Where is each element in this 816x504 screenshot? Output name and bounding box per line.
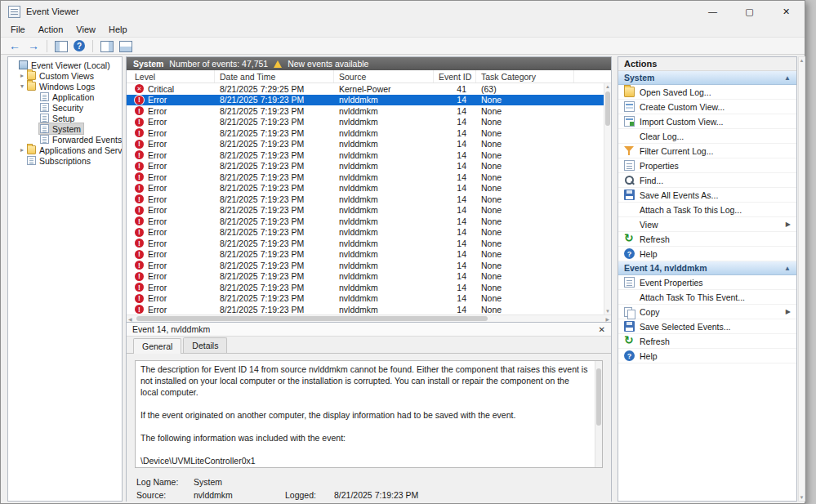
event-row-error-17[interactable]: Error 8/21/2025 7:19:23 PM nvlddmkm 14 N…	[127, 271, 611, 283]
actions-pane-scrollbar[interactable]: ▲ ▼	[798, 56, 805, 502]
column-header-date-and-time[interactable]: Date and Time	[215, 70, 334, 83]
action-filter-current-log[interactable]: Filter Current Log...	[618, 144, 796, 158]
event-row-error-2[interactable]: Error 8/21/2025 7:19:23 PM nvlddmkm 14 N…	[127, 105, 611, 117]
close-icon[interactable]: ✕	[599, 325, 605, 334]
column-header-event-id[interactable]: Event ID	[434, 70, 476, 83]
tab-details[interactable]: Details	[183, 337, 227, 353]
collapse-icon[interactable]: ▲	[784, 74, 791, 82]
action-open-saved-log[interactable]: Open Saved Log...	[618, 85, 796, 100]
source-cell: nvlddmkm	[334, 106, 434, 116]
action-refresh[interactable]: Refresh	[618, 334, 796, 349]
event-row-error-13[interactable]: Error 8/21/2025 7:19:23 PM nvlddmkm 14 N…	[127, 227, 611, 239]
tree-item-custom-views[interactable]: ▸ Custom Views	[8, 70, 122, 81]
source-cell: nvlddmkm	[334, 283, 434, 292]
log-name: System	[133, 59, 163, 69]
action-refresh[interactable]: Refresh	[618, 232, 796, 247]
scroll-left-icon[interactable]: ◀	[128, 316, 132, 322]
action-properties[interactable]: Properties	[618, 158, 796, 173]
event-row-error-10[interactable]: Error 8/21/2025 7:19:23 PM nvlddmkm 14 N…	[127, 194, 611, 205]
level-text: Critical	[148, 84, 174, 94]
event-row-error-9[interactable]: Error 8/21/2025 7:19:23 PM nvlddmkm 14 N…	[127, 183, 611, 194]
event-row-error-14[interactable]: Error 8/21/2025 7:19:23 PM nvlddmkm 14 N…	[127, 238, 611, 249]
table-vertical-scrollbar[interactable]: ▲ ▼	[604, 83, 611, 314]
show-console-tree-icon[interactable]	[52, 38, 69, 53]
action-attach-task-to-this-event[interactable]: Attach Task To This Event...	[618, 290, 796, 305]
tree-item-application[interactable]: Application	[8, 91, 122, 102]
menu-view[interactable]: View	[69, 23, 102, 36]
show-action-pane-icon[interactable]	[98, 38, 114, 53]
scroll-up-icon[interactable]: ▲	[799, 58, 805, 63]
column-header-source[interactable]: Source	[334, 70, 434, 83]
refresh-icon	[624, 234, 635, 244]
close-button[interactable]: ✕	[768, 1, 805, 22]
action-event-properties[interactable]: Event Properties	[618, 275, 796, 290]
action-help[interactable]: Help	[618, 247, 796, 261]
tree-item-system[interactable]: System	[8, 123, 122, 134]
maximize-button[interactable]: ▢	[731, 1, 768, 22]
expander-icon[interactable]: ▸	[18, 146, 26, 154]
expander-icon[interactable]: ▸	[18, 72, 26, 79]
forward-icon[interactable]	[25, 38, 42, 53]
tree-item-applications-and-services-log[interactable]: ▸ Applications and Services Log	[8, 145, 122, 155]
event-row-error-1[interactable]: Error 8/21/2025 7:19:23 PM nvlddmkm 14 N…	[127, 95, 611, 106]
show-preview-pane-icon[interactable]	[117, 38, 133, 53]
scroll-thumb[interactable]	[136, 316, 488, 321]
collapse-icon[interactable]: ▲	[784, 265, 791, 272]
event-row-error-7[interactable]: Error 8/21/2025 7:19:23 PM nvlddmkm 14 N…	[127, 161, 611, 172]
scroll-down-icon[interactable]: ▼	[604, 309, 611, 314]
action-view[interactable]: View ▶	[618, 217, 796, 232]
event-row-error-18[interactable]: Error 8/21/2025 7:19:23 PM nvlddmkm 14 N…	[127, 282, 611, 293]
event-row-error-15[interactable]: Error 8/21/2025 7:19:23 PM nvlddmkm 14 N…	[127, 249, 611, 261]
tree-item-windows-logs[interactable]: ▾ Windows Logs	[8, 81, 122, 91]
scroll-thumb[interactable]	[605, 91, 610, 126]
event-row-error-20[interactable]: Error 8/21/2025 7:19:23 PM nvlddmkm 14 N…	[127, 304, 611, 314]
scroll-down-icon[interactable]: ▼	[799, 495, 805, 500]
tree-item-forwarded-events[interactable]: Forwarded Events	[8, 134, 122, 145]
action-attach-a-task-to-this-log[interactable]: Attach a Task To this Log...	[618, 203, 796, 217]
menu-action[interactable]: Action	[32, 23, 70, 36]
event-row-error-3[interactable]: Error 8/21/2025 7:19:23 PM nvlddmkm 14 N…	[127, 117, 611, 128]
action-help[interactable]: Help	[618, 349, 796, 364]
level-text: Error	[148, 128, 167, 138]
menu-file[interactable]: File	[4, 23, 32, 36]
scroll-up-icon[interactable]: ▲	[604, 84, 611, 89]
event-row-critical-0[interactable]: Critical 8/21/2025 7:29:25 PM Kernel-Pow…	[127, 83, 611, 95]
back-icon[interactable]	[7, 38, 23, 53]
event-row-error-5[interactable]: Error 8/21/2025 7:19:23 PM nvlddmkm 14 N…	[127, 139, 611, 150]
column-header-task-category[interactable]: Task Category	[476, 70, 574, 83]
expander-icon[interactable]: ▾	[18, 83, 26, 90]
event-row-error-8[interactable]: Error 8/21/2025 7:19:23 PM nvlddmkm 14 N…	[127, 172, 611, 183]
event-row-error-4[interactable]: Error 8/21/2025 7:19:23 PM nvlddmkm 14 N…	[127, 127, 611, 139]
tree-item-setup[interactable]: Setup	[8, 113, 122, 123]
action-save-all-events-as[interactable]: Save All Events As...	[618, 188, 796, 203]
event-row-error-6[interactable]: Error 8/21/2025 7:19:23 PM nvlddmkm 14 N…	[127, 149, 611, 161]
error-icon	[135, 96, 144, 105]
action-import-custom-view[interactable]: Import Custom View...	[618, 114, 796, 129]
title-bar[interactable]: Event Viewer —▢✕	[1, 1, 805, 22]
minimize-button[interactable]: —	[694, 1, 731, 22]
tree-item-event-viewer-local[interactable]: Event Viewer (Local)	[8, 60, 122, 70]
actions-section-header-event-14-nvlddmkm[interactable]: Event 14, nvlddmkm ▲	[618, 261, 796, 275]
description-scrollbar[interactable]	[595, 361, 602, 467]
menu-help[interactable]: Help	[102, 23, 134, 36]
help-icon[interactable]	[71, 38, 87, 53]
tree-item-subscriptions[interactable]: Subscriptions	[8, 155, 122, 166]
action-copy[interactable]: Copy ▶	[618, 305, 796, 319]
action-find[interactable]: Find...	[618, 173, 796, 188]
log-icon	[40, 103, 49, 112]
scroll-right-icon[interactable]: ▶	[605, 316, 609, 322]
event-row-error-16[interactable]: Error 8/21/2025 7:19:23 PM nvlddmkm 14 N…	[127, 260, 611, 271]
table-horizontal-scrollbar[interactable]: ◀ ▶	[127, 314, 611, 322]
event-row-error-12[interactable]: Error 8/21/2025 7:19:23 PM nvlddmkm 14 N…	[127, 216, 611, 227]
event-row-error-19[interactable]: Error 8/21/2025 7:19:23 PM nvlddmkm 14 N…	[127, 293, 611, 305]
action-clear-log[interactable]: Clear Log...	[618, 129, 796, 144]
column-header-level[interactable]: Level	[127, 70, 215, 83]
action-save-selected-events[interactable]: Save Selected Events...	[618, 319, 796, 334]
actions-section-header-system[interactable]: System ▲	[618, 71, 796, 85]
scroll-thumb[interactable]	[596, 368, 601, 426]
event-description[interactable]: The description for Event ID 14 from sou…	[135, 360, 603, 468]
event-row-error-11[interactable]: Error 8/21/2025 7:19:23 PM nvlddmkm 14 N…	[127, 205, 611, 216]
action-create-custom-view[interactable]: Create Custom View...	[618, 100, 796, 114]
tree-item-security[interactable]: Security	[8, 102, 122, 113]
tab-general[interactable]: General	[133, 338, 181, 354]
